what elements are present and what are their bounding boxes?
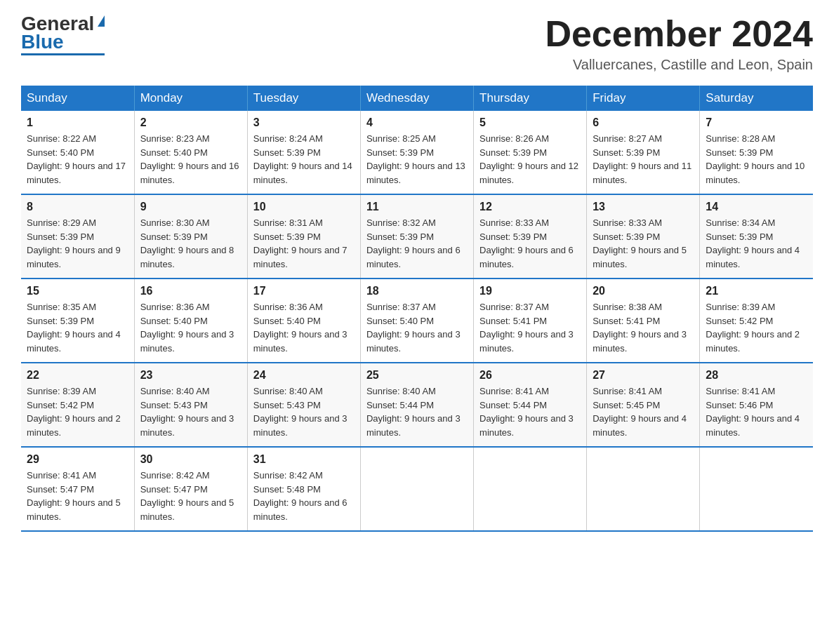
day-number: 20	[593, 285, 694, 297]
calendar-cell: 27Sunrise: 8:41 AMSunset: 5:45 PMDayligh…	[587, 363, 700, 447]
calendar-cell: 24Sunrise: 8:40 AMSunset: 5:43 PMDayligh…	[247, 363, 360, 447]
day-number: 1	[27, 116, 128, 129]
day-info: Sunrise: 8:33 AMSunset: 5:39 PMDaylight:…	[593, 217, 687, 269]
day-info: Sunrise: 8:27 AMSunset: 5:39 PMDaylight:…	[593, 133, 691, 185]
calendar-cell	[474, 447, 587, 531]
day-info: Sunrise: 8:42 AMSunset: 5:47 PMDaylight:…	[140, 470, 234, 522]
calendar-cell: 19Sunrise: 8:37 AMSunset: 5:41 PMDayligh…	[474, 279, 587, 363]
day-info: Sunrise: 8:28 AMSunset: 5:39 PMDaylight:…	[706, 133, 805, 185]
calendar-cell	[587, 447, 700, 531]
calendar-week-row: 29Sunrise: 8:41 AMSunset: 5:47 PMDayligh…	[21, 447, 813, 531]
calendar-header-row: SundayMondayTuesdayWednesdayThursdayFrid…	[21, 86, 813, 111]
calendar-cell: 23Sunrise: 8:40 AMSunset: 5:43 PMDayligh…	[134, 363, 247, 447]
header-friday: Friday	[587, 86, 700, 111]
day-info: Sunrise: 8:41 AMSunset: 5:47 PMDaylight:…	[27, 470, 121, 522]
calendar-cell: 22Sunrise: 8:39 AMSunset: 5:42 PMDayligh…	[21, 363, 134, 447]
calendar-cell: 6Sunrise: 8:27 AMSunset: 5:39 PMDaylight…	[587, 111, 700, 194]
day-info: Sunrise: 8:40 AMSunset: 5:43 PMDaylight:…	[140, 386, 234, 438]
day-number: 18	[366, 285, 468, 297]
day-number: 12	[479, 201, 581, 213]
day-number: 27	[593, 369, 694, 382]
day-info: Sunrise: 8:42 AMSunset: 5:48 PMDaylight:…	[253, 470, 348, 522]
calendar-cell: 28Sunrise: 8:41 AMSunset: 5:46 PMDayligh…	[700, 363, 813, 447]
logo: General Blue	[21, 14, 105, 55]
calendar-cell	[360, 447, 473, 531]
calendar-cell: 29Sunrise: 8:41 AMSunset: 5:47 PMDayligh…	[21, 447, 134, 531]
day-number: 9	[140, 201, 241, 213]
day-info: Sunrise: 8:39 AMSunset: 5:42 PMDaylight:…	[27, 386, 121, 438]
calendar-cell: 8Sunrise: 8:29 AMSunset: 5:39 PMDaylight…	[21, 194, 134, 279]
day-info: Sunrise: 8:36 AMSunset: 5:40 PMDaylight:…	[253, 302, 348, 354]
calendar-cell: 16Sunrise: 8:36 AMSunset: 5:40 PMDayligh…	[134, 279, 247, 363]
day-number: 6	[593, 116, 694, 129]
day-info: Sunrise: 8:41 AMSunset: 5:46 PMDaylight:…	[706, 386, 800, 438]
day-number: 5	[479, 116, 581, 129]
calendar-cell: 12Sunrise: 8:33 AMSunset: 5:39 PMDayligh…	[474, 194, 587, 279]
header-sunday: Sunday	[21, 86, 134, 111]
calendar-cell: 26Sunrise: 8:41 AMSunset: 5:44 PMDayligh…	[474, 363, 587, 447]
header-monday: Monday	[134, 86, 247, 111]
calendar-cell: 2Sunrise: 8:23 AMSunset: 5:40 PMDaylight…	[134, 111, 247, 194]
day-number: 3	[253, 116, 355, 129]
day-number: 26	[479, 369, 581, 382]
day-number: 8	[27, 201, 128, 213]
day-number: 14	[706, 201, 807, 213]
header-thursday: Thursday	[474, 86, 587, 111]
calendar-cell: 3Sunrise: 8:24 AMSunset: 5:39 PMDaylight…	[247, 111, 360, 194]
calendar-table: SundayMondayTuesdayWednesdayThursdayFrid…	[21, 86, 813, 532]
calendar-week-row: 8Sunrise: 8:29 AMSunset: 5:39 PMDaylight…	[21, 194, 813, 279]
calendar-week-row: 22Sunrise: 8:39 AMSunset: 5:42 PMDayligh…	[21, 363, 813, 447]
day-number: 21	[706, 285, 807, 297]
calendar-cell: 18Sunrise: 8:37 AMSunset: 5:40 PMDayligh…	[360, 279, 473, 363]
calendar-cell: 25Sunrise: 8:40 AMSunset: 5:44 PMDayligh…	[360, 363, 473, 447]
calendar-cell: 10Sunrise: 8:31 AMSunset: 5:39 PMDayligh…	[247, 194, 360, 279]
day-number: 10	[253, 201, 355, 213]
title-block: December 2024 Valluercanes, Castille and…	[545, 14, 813, 73]
calendar-cell: 7Sunrise: 8:28 AMSunset: 5:39 PMDaylight…	[700, 111, 813, 194]
header-wednesday: Wednesday	[360, 86, 473, 111]
day-info: Sunrise: 8:40 AMSunset: 5:44 PMDaylight:…	[366, 386, 461, 438]
logo-triangle-icon	[98, 15, 105, 27]
day-info: Sunrise: 8:24 AMSunset: 5:39 PMDaylight:…	[253, 133, 352, 185]
calendar-cell: 11Sunrise: 8:32 AMSunset: 5:39 PMDayligh…	[360, 194, 473, 279]
day-info: Sunrise: 8:29 AMSunset: 5:39 PMDaylight:…	[27, 217, 121, 269]
day-info: Sunrise: 8:39 AMSunset: 5:42 PMDaylight:…	[706, 302, 800, 354]
day-number: 15	[27, 285, 128, 297]
day-number: 13	[593, 201, 694, 213]
calendar-cell: 13Sunrise: 8:33 AMSunset: 5:39 PMDayligh…	[587, 194, 700, 279]
day-number: 31	[253, 453, 355, 466]
calendar-cell: 17Sunrise: 8:36 AMSunset: 5:40 PMDayligh…	[247, 279, 360, 363]
day-number: 16	[140, 285, 241, 297]
day-number: 25	[366, 369, 468, 382]
calendar-cell: 21Sunrise: 8:39 AMSunset: 5:42 PMDayligh…	[700, 279, 813, 363]
day-info: Sunrise: 8:34 AMSunset: 5:39 PMDaylight:…	[706, 217, 800, 269]
day-info: Sunrise: 8:30 AMSunset: 5:39 PMDaylight:…	[140, 217, 234, 269]
calendar-cell: 4Sunrise: 8:25 AMSunset: 5:39 PMDaylight…	[360, 111, 473, 194]
day-number: 30	[140, 453, 241, 466]
calendar-week-row: 1Sunrise: 8:22 AMSunset: 5:40 PMDaylight…	[21, 111, 813, 194]
day-number: 4	[366, 116, 468, 129]
day-number: 2	[140, 116, 241, 129]
calendar-cell: 15Sunrise: 8:35 AMSunset: 5:39 PMDayligh…	[21, 279, 134, 363]
day-info: Sunrise: 8:41 AMSunset: 5:44 PMDaylight:…	[479, 386, 574, 438]
day-number: 24	[253, 369, 355, 382]
calendar-cell: 31Sunrise: 8:42 AMSunset: 5:48 PMDayligh…	[247, 447, 360, 531]
day-info: Sunrise: 8:23 AMSunset: 5:40 PMDaylight:…	[140, 133, 239, 185]
day-number: 7	[706, 116, 807, 129]
day-info: Sunrise: 8:26 AMSunset: 5:39 PMDaylight:…	[479, 133, 578, 185]
calendar-cell: 14Sunrise: 8:34 AMSunset: 5:39 PMDayligh…	[700, 194, 813, 279]
day-number: 22	[27, 369, 128, 382]
calendar-cell: 9Sunrise: 8:30 AMSunset: 5:39 PMDaylight…	[134, 194, 247, 279]
day-info: Sunrise: 8:25 AMSunset: 5:39 PMDaylight:…	[366, 133, 465, 185]
day-info: Sunrise: 8:41 AMSunset: 5:45 PMDaylight:…	[593, 386, 687, 438]
day-number: 19	[479, 285, 581, 297]
day-info: Sunrise: 8:35 AMSunset: 5:39 PMDaylight:…	[27, 302, 121, 354]
day-number: 28	[706, 369, 807, 382]
calendar-week-row: 15Sunrise: 8:35 AMSunset: 5:39 PMDayligh…	[21, 279, 813, 363]
day-info: Sunrise: 8:38 AMSunset: 5:41 PMDaylight:…	[593, 302, 687, 354]
header-saturday: Saturday	[700, 86, 813, 111]
header-tuesday: Tuesday	[247, 86, 360, 111]
calendar-cell	[700, 447, 813, 531]
day-number: 17	[253, 285, 355, 297]
logo-underline	[21, 53, 105, 55]
